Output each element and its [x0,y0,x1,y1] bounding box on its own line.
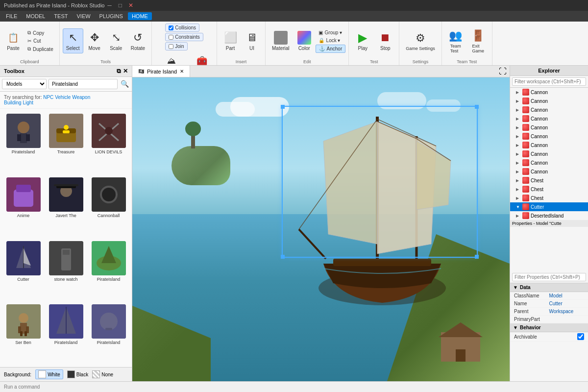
toolbox-item-10[interactable]: PirateIsland [46,302,86,364]
join-checkbox[interactable] [169,44,173,49]
properties-filter-input[interactable] [512,273,586,281]
toolbox-item-1[interactable]: Treasure [46,112,86,173]
group-button[interactable]: ▣ Group ▾ [316,29,346,36]
explorer-filter [510,76,588,88]
suggestion-light[interactable]: Light [23,100,33,105]
duplicate-button[interactable]: ⧉ Duplicate [24,45,56,53]
tree-item-cutter[interactable]: ▼ Cutter [510,202,588,211]
toolbox-close-button[interactable]: ✕ [123,68,128,74]
tree-item-chest-1[interactable]: ▶ Chest [510,176,588,185]
viewport-scene[interactable] [132,77,510,381]
tree-icon-cannon-6 [522,133,529,140]
tree-item-cannon-10[interactable]: ▶ Cannon [510,167,588,176]
menu-test[interactable]: TEST [50,12,72,20]
rotate-label: Rotate [131,46,145,51]
viewport-expand-button[interactable]: ⛶ [496,67,510,76]
toolbox-item-2[interactable]: LION DEVILS [88,112,129,173]
suggestion-npc[interactable]: NPC [43,95,53,100]
tree-item-chest-2[interactable]: ▶ Chest [510,185,588,194]
collisions-checkbox[interactable] [169,25,173,30]
minimize-button[interactable]: ─ [104,0,114,10]
ui-button[interactable]: 🖥 UI [242,28,262,53]
rotate-button[interactable]: ↺ Rotate [127,28,148,53]
toolbox-item-4[interactable]: Javert The [46,175,86,237]
game-settings-button[interactable]: ⚙ Game Settings [402,29,439,53]
stop-button[interactable]: ⏹ Stop [374,28,396,53]
team-icon: 👥 [449,29,463,43]
bg-white-option[interactable]: White [35,369,63,379]
tree-item-cannon-1[interactable]: ▶ Cannon [510,88,588,97]
toolbox-item-6[interactable]: Cutter [3,239,44,301]
tree-item-cannon-2[interactable]: ▶ Cannon [510,97,588,105]
tree-item-cannon-8[interactable]: ▶ Cannon [510,149,588,158]
tree-item-cannon-3[interactable]: ▶ Cannon [510,105,588,114]
tree-item-cannon-5[interactable]: ▶ Cannon [510,123,588,132]
toolbox-item-0[interactable]: PirateIsland [3,112,44,173]
play-button[interactable]: ▶ Play [352,28,373,53]
menu-file[interactable]: FILE [2,12,21,20]
lock-button[interactable]: 🔒 Lock ▾ [316,37,346,44]
scale-button[interactable]: ⤡ Scale [106,28,126,53]
anchor-button[interactable]: ⚓ Anchor [316,45,346,53]
toolbox-item-7[interactable]: stone watch [46,239,86,301]
cut-button[interactable]: ✂ Cut [24,37,56,45]
properties-data-section[interactable]: ▼ Data [510,283,588,292]
maximize-button[interactable]: □ [115,0,125,10]
tree-item-cannon-7[interactable]: ▶ Cannon [510,141,588,149]
material-button[interactable]: Material [269,28,293,53]
tree-item-deserted-island[interactable]: ▶ DesertedIsland [510,211,588,220]
viewport-tab-pirate-island[interactable]: 🏴‍☠️ Pirate Island ✕ [132,66,190,77]
exit-game-label: ExitGame [472,44,485,53]
toolbox-thumb-11 [92,304,126,339]
command-input[interactable] [4,384,584,390]
toolbox-item-9[interactable]: Ser Ben [3,302,44,364]
tree-item-cannon-9[interactable]: ▶ Cannon [510,158,588,167]
toolbox-category-dropdown[interactable]: Models Decals Audio Meshes [2,79,47,89]
toolbox-grid: PirateIsland Treasure LION DEVILS Anime [0,109,132,367]
toolbox-item-11[interactable]: PirateIsland [88,302,129,364]
collisions-button[interactable]: Collisions [165,24,199,32]
explorer-filter-input[interactable] [512,77,586,86]
prop-archivable-checkbox[interactable] [577,333,584,340]
tree-item-chest-3[interactable]: ▶ Chest [510,194,588,202]
search-icon[interactable]: 🔍 [120,79,130,89]
close-button[interactable]: ✕ [126,0,136,10]
select-button[interactable]: ↖ Select [63,28,83,53]
bg-black-option[interactable]: Black [67,370,88,378]
tree-arrow-7: ▶ [516,143,521,147]
bg-none-option[interactable]: None [92,370,113,378]
exit-game-button[interactable]: 🚪 ExitGame [467,26,489,56]
suggestion-weapon[interactable]: Weapon [72,95,90,100]
tree-item-cannon-4[interactable]: ▶ Cannon [510,114,588,123]
island-tree-leaves [185,122,201,136]
menu-plugins[interactable]: PLUGINS [96,12,127,20]
toolbox-popout-button[interactable]: ⧉ [117,68,121,74]
constraints-checkbox[interactable] [169,35,173,40]
suggestion-vehicle[interactable]: Vehicle [55,95,71,100]
paste-label: Paste [7,46,20,51]
properties-behavior-section[interactable]: ▼ Behavior [510,323,588,332]
menu-view[interactable]: VIEW [73,12,94,20]
toolbox-search-input[interactable] [49,79,118,89]
constraints-button[interactable]: Constraints [165,33,203,41]
toolbox-thumb-1 [49,114,83,148]
tree-item-cannon-6[interactable]: ▶ Cannon [510,132,588,141]
toolbox-item-8[interactable]: PirateIsland [88,239,129,301]
viewport-tab-close[interactable]: ✕ [180,69,184,74]
join-button[interactable]: Join [165,42,187,50]
scene-building [441,322,490,362]
suggestion-building[interactable]: Building [4,100,22,105]
explorer-header: Explorer [510,66,588,76]
menu-home[interactable]: HOME [128,12,152,20]
color-button[interactable]: Color [294,28,315,53]
menu-model[interactable]: MODEL [22,12,49,20]
tree-item-properties-link[interactable]: Properties - Model "Cutte [510,220,588,227]
move-button[interactable]: ✥ Move [84,28,105,53]
color-icon [297,31,311,45]
part-button[interactable]: ⬜ Part [220,28,241,53]
toolbox-item-5[interactable]: Cannonball [88,175,129,237]
paste-button[interactable]: 📋 Paste [3,28,24,53]
team-test-button[interactable]: 👥 TeamTest [445,26,466,56]
toolbox-item-3[interactable]: Anime [3,175,44,237]
copy-button[interactable]: ⧉ Copy [24,29,56,37]
